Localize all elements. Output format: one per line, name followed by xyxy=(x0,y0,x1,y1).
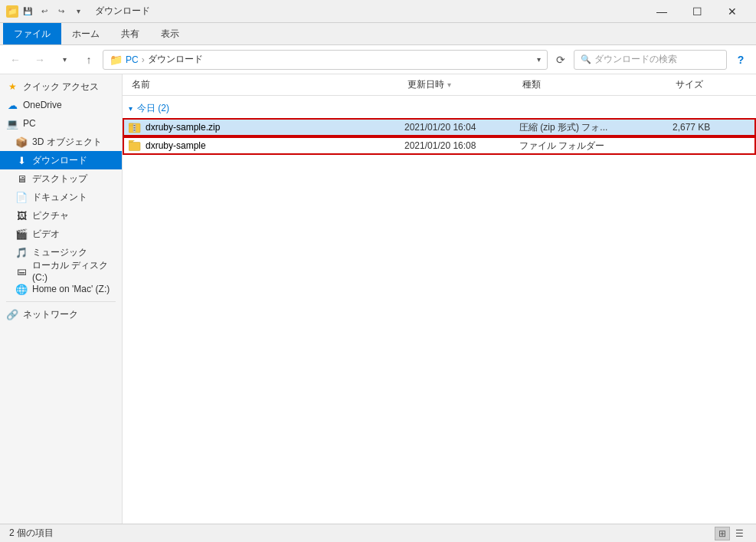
sidebar-label-videos: ビデオ xyxy=(32,228,60,241)
search-placeholder: ダウンロードの検索 xyxy=(594,53,677,66)
downloads-icon: ⬇ xyxy=(15,154,28,166)
address-current: ダウンロード xyxy=(148,53,203,66)
sidebar-item-pictures[interactable]: 🖼 ピクチャ xyxy=(0,206,122,225)
sidebar: ★ クイック アクセス ☁ OneDrive 💻 PC 📦 3D オブジェクト … xyxy=(0,74,123,524)
sort-icon-modified: ▾ xyxy=(447,80,451,89)
up-button[interactable]: ↑ xyxy=(78,49,100,71)
col-header-modified[interactable]: 更新日時 ▾ xyxy=(404,74,519,95)
qat-undo[interactable]: ↩ xyxy=(37,4,52,19)
status-bar: 2 個の項目 ⊞ ☰ xyxy=(0,524,756,542)
col-header-name[interactable]: 名前 xyxy=(129,74,404,95)
sidebar-label-onedrive: OneDrive xyxy=(23,100,62,110)
tab-share[interactable]: 共有 xyxy=(110,23,150,44)
view-list-button[interactable]: ☰ xyxy=(731,527,747,540)
pictures-icon: 🖼 xyxy=(15,209,28,222)
file-size-zip: 2,677 KB xyxy=(673,122,749,133)
home-mac-icon: 🌐 xyxy=(15,283,28,295)
music-icon: 🎵 xyxy=(15,246,28,258)
navigation-bar: ← → ▾ ↑ 📁 PC › ダウンロード ▾ ⟳ 🔍 ダウンロードの検索 ? xyxy=(0,45,756,74)
refresh-button[interactable]: ⟳ xyxy=(551,50,571,70)
file-list: ▾ 今日 (2) xyxy=(123,96,756,524)
sidebar-label-home-mac: Home on 'Mac' (Z:) xyxy=(32,284,110,294)
file-item-zip[interactable]: dxruby-sample.zip 2021/01/20 16:04 圧縮 (z… xyxy=(123,118,756,136)
minimize-button[interactable]: — xyxy=(644,0,679,23)
view-details-button[interactable]: ⊞ xyxy=(715,527,730,540)
status-count: 2 個の項目 xyxy=(9,527,54,540)
help-button[interactable]: ? xyxy=(730,49,751,71)
tab-home[interactable]: ホーム xyxy=(61,23,110,44)
quick-access-toolbar: 📁 💾 ↩ ↪ ▾ xyxy=(6,4,86,19)
sidebar-item-documents[interactable]: 📄 ドキュメント xyxy=(0,188,122,206)
pc-icon: 💻 xyxy=(6,117,18,130)
sidebar-label-pictures: ピクチャ xyxy=(32,209,69,222)
tab-view[interactable]: 表示 xyxy=(150,23,190,44)
onedrive-icon: ☁ xyxy=(6,99,18,111)
sidebar-item-pc[interactable]: 💻 PC xyxy=(0,114,122,133)
group-toggle[interactable]: ▾ xyxy=(129,104,133,113)
group-header-today[interactable]: ▾ 今日 (2) xyxy=(123,99,756,118)
file-modified-zip: 2021/01/20 16:04 xyxy=(404,122,519,133)
zip-file-icon xyxy=(129,121,141,133)
tab-file[interactable]: ファイル xyxy=(3,23,61,44)
file-name-folder: dxruby-sample xyxy=(129,140,404,152)
file-modified-folder: 2021/01/20 16:08 xyxy=(404,140,519,151)
sidebar-label-network: ネットワーク xyxy=(23,308,78,321)
file-type-folder: ファイル フォルダー xyxy=(519,140,673,153)
address-dropdown[interactable]: ▾ xyxy=(537,55,541,64)
ribbon-tabs: ファイル ホーム 共有 表示 xyxy=(0,23,756,44)
address-bar[interactable]: 📁 PC › ダウンロード ▾ xyxy=(103,50,548,70)
file-type-zip: 圧縮 (zip 形式) フォ... xyxy=(519,121,673,134)
search-bar[interactable]: 🔍 ダウンロードの検索 xyxy=(574,50,727,70)
address-path: PC › ダウンロード xyxy=(126,53,534,66)
content-area: 名前 更新日時 ▾ 種類 サイズ ▾ 今日 (2) xyxy=(123,74,756,524)
title-bar-left: 📁 💾 ↩ ↪ ▾ ダウンロード xyxy=(6,4,644,19)
main-layout: ★ クイック アクセス ☁ OneDrive 💻 PC 📦 3D オブジェクト … xyxy=(0,74,756,524)
recent-button[interactable]: ▾ xyxy=(54,49,75,71)
svg-rect-1 xyxy=(129,123,133,126)
sidebar-item-network[interactable]: 🔗 ネットワーク xyxy=(0,305,122,324)
local-disk-icon: 🖴 xyxy=(15,264,28,277)
sidebar-item-desktop[interactable]: 🖥 デスクトップ xyxy=(0,169,122,188)
qat-dropdown[interactable]: ▾ xyxy=(70,4,86,19)
search-icon: 🔍 xyxy=(581,54,591,64)
view-controls: ⊞ ☰ xyxy=(715,527,747,540)
sidebar-item-videos[interactable]: 🎬 ビデオ xyxy=(0,225,122,243)
column-headers: 名前 更新日時 ▾ 種類 サイズ xyxy=(123,74,756,96)
folder-icon xyxy=(129,140,141,152)
quick-access-icon: ★ xyxy=(6,80,18,93)
sidebar-divider xyxy=(6,301,116,302)
network-icon: 🔗 xyxy=(6,308,18,320)
svg-rect-4 xyxy=(134,127,136,129)
qat-redo[interactable]: ↪ xyxy=(54,4,69,19)
close-button[interactable]: ✕ xyxy=(715,0,750,23)
sidebar-item-3d-objects[interactable]: 📦 3D オブジェクト xyxy=(0,133,122,151)
maximize-button[interactable]: ☐ xyxy=(679,0,715,23)
file-item-folder[interactable]: dxruby-sample 2021/01/20 16:08 ファイル フォルダ… xyxy=(123,136,756,155)
back-button[interactable]: ← xyxy=(5,49,26,71)
file-label-folder: dxruby-sample xyxy=(146,140,206,151)
ribbon: ファイル ホーム 共有 表示 xyxy=(0,23,756,45)
videos-icon: 🎬 xyxy=(15,228,28,240)
address-pc[interactable]: PC xyxy=(126,54,139,65)
col-header-size[interactable]: サイズ xyxy=(673,74,749,95)
sidebar-item-onedrive[interactable]: ☁ OneDrive xyxy=(0,96,122,114)
window-controls: — ☐ ✕ xyxy=(644,0,750,23)
3d-objects-icon: 📦 xyxy=(15,136,28,148)
sidebar-item-quick-access[interactable]: ★ クイック アクセス xyxy=(0,77,122,96)
sidebar-item-home-mac[interactable]: 🌐 Home on 'Mac' (Z:) xyxy=(0,280,122,298)
sidebar-label-downloads: ダウンロード xyxy=(32,154,87,167)
qat-save[interactable]: 💾 xyxy=(20,4,35,19)
svg-rect-6 xyxy=(129,143,140,151)
sidebar-item-downloads[interactable]: ⬇ ダウンロード xyxy=(0,151,122,169)
col-header-type[interactable]: 種類 xyxy=(519,74,673,95)
sidebar-label-music: ミュージック xyxy=(32,246,87,259)
file-name-zip: dxruby-sample.zip xyxy=(129,121,404,133)
address-folder-icon: 📁 xyxy=(110,54,123,66)
window-title: ダウンロード xyxy=(95,5,150,18)
svg-rect-5 xyxy=(134,130,136,131)
documents-icon: 📄 xyxy=(15,191,28,203)
sidebar-label-quick-access: クイック アクセス xyxy=(23,80,99,94)
forward-button[interactable]: → xyxy=(29,49,51,71)
group-label: 今日 (2) xyxy=(137,102,169,115)
sidebar-item-local-disk[interactable]: 🖴 ローカル ディスク (C:) xyxy=(0,261,122,280)
